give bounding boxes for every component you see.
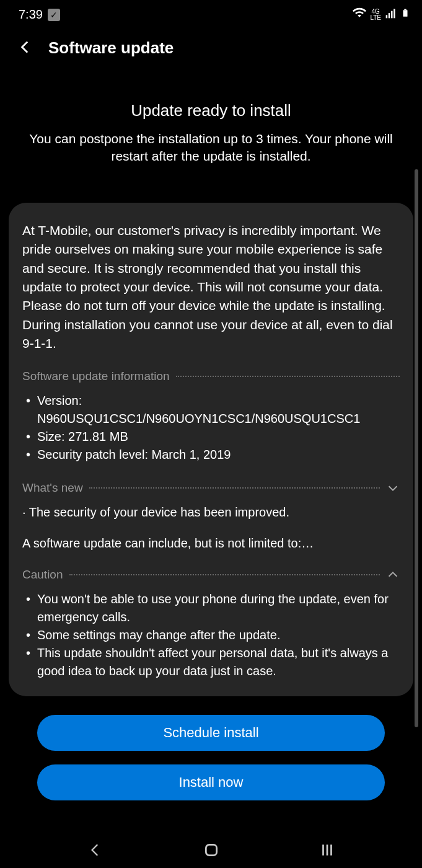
checkbox-icon: ✓ [48, 9, 60, 21]
whatsnew-subtext: A software update can include, but is no… [22, 534, 400, 552]
page-title: Software update [48, 38, 174, 58]
whatsnew-label: What's new [22, 481, 83, 495]
svg-rect-2 [391, 11, 393, 19]
chevron-down-icon [386, 481, 400, 495]
update-details-card: At T-Mobile, our customer's privacy is i… [9, 203, 413, 696]
info-list: Version: N960USQU1CSC1/N960UOYN1CSC1/N96… [22, 392, 400, 464]
schedule-install-button[interactable]: Schedule install [37, 715, 385, 751]
caution-header[interactable]: Caution [22, 568, 400, 582]
list-item: You won't be able to use your phone duri… [25, 590, 400, 626]
list-item: Some settings may change after the updat… [25, 626, 400, 644]
divider-dots [89, 487, 380, 489]
whatsnew-text: · The security of your device has been i… [22, 503, 400, 521]
navigation-bar [0, 834, 422, 868]
info-section-label: Software update information [22, 370, 170, 383]
divider-dots [69, 574, 380, 575]
svg-rect-3 [393, 9, 395, 18]
wifi-icon [353, 6, 366, 23]
info-section-header: Software update information [22, 370, 400, 383]
list-item: Version: N960USQU1CSC1/N960UOYN1CSC1/N96… [25, 392, 400, 428]
chevron-up-icon [386, 568, 400, 582]
list-item: Security patch level: March 1, 2019 [25, 446, 400, 464]
install-now-button[interactable]: Install now [37, 764, 385, 800]
caution-list: You won't be able to use your phone duri… [22, 590, 400, 680]
svg-rect-0 [386, 15, 388, 18]
battery-icon [401, 6, 410, 23]
caution-label: Caution [22, 568, 63, 582]
svg-rect-4 [403, 10, 408, 17]
scrollbar[interactable] [415, 169, 418, 727]
whatsnew-header[interactable]: What's new [22, 481, 400, 495]
svg-rect-5 [404, 9, 407, 11]
list-item: Size: 271.81 MB [25, 428, 400, 446]
divider-dots [176, 376, 400, 377]
svg-rect-1 [389, 13, 390, 18]
nav-home-icon[interactable] [203, 842, 219, 861]
svg-rect-6 [206, 844, 216, 855]
list-item: This update shouldn't affect your person… [25, 644, 400, 680]
network-type-icon: 4GLTE [370, 9, 381, 21]
app-bar: Software update [0, 26, 422, 70]
headline: Update ready to install [0, 101, 422, 120]
back-icon[interactable] [17, 39, 33, 58]
nav-back-icon[interactable] [87, 842, 103, 861]
status-bar: 7:39 ✓ 4GLTE [0, 0, 422, 26]
subhead: You can postpone the installation up to … [0, 130, 422, 166]
signal-icon [385, 7, 397, 22]
carrier-message: At T-Mobile, our customer's privacy is i… [22, 221, 400, 353]
status-time: 7:39 [19, 7, 43, 22]
nav-recents-icon[interactable] [319, 842, 335, 861]
